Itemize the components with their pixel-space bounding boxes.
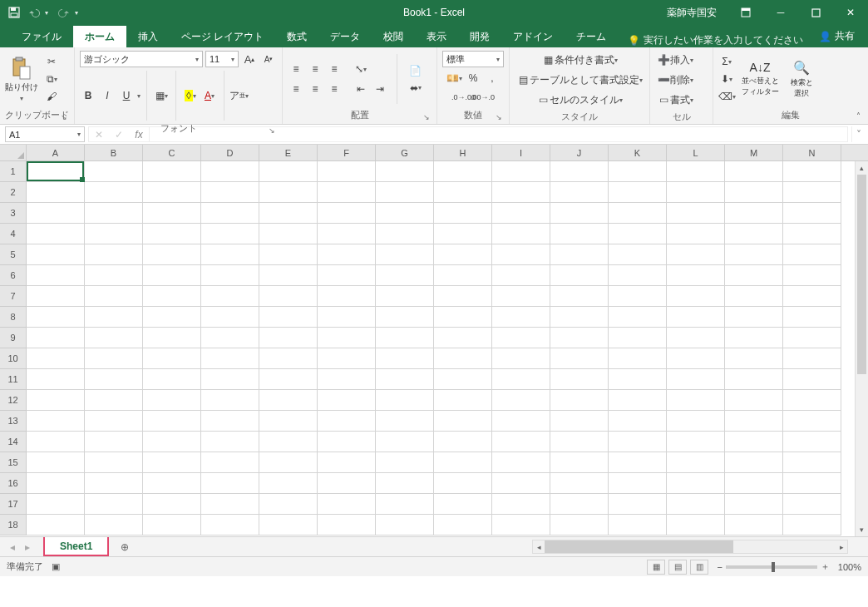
cell[interactable] — [609, 161, 667, 182]
cell[interactable] — [492, 390, 550, 411]
cell[interactable] — [667, 182, 725, 203]
cell[interactable] — [725, 369, 783, 390]
cell[interactable] — [609, 286, 667, 307]
cell[interactable] — [609, 473, 667, 494]
cell[interactable] — [85, 348, 143, 369]
cell[interactable] — [27, 494, 85, 515]
cell[interactable] — [201, 452, 259, 473]
cell[interactable] — [550, 390, 609, 411]
cell[interactable] — [201, 161, 259, 182]
row-header-16[interactable]: 16 — [0, 473, 27, 494]
cell[interactable] — [783, 411, 841, 432]
cell[interactable] — [85, 494, 143, 515]
merge-button[interactable]: ⬌ ▾ — [406, 80, 425, 96]
cell[interactable] — [27, 473, 85, 494]
normal-view-button[interactable]: ▦ — [647, 560, 665, 575]
cell[interactable] — [27, 203, 85, 224]
new-sheet-button[interactable]: ⊕ — [116, 538, 134, 556]
cell[interactable] — [318, 265, 376, 286]
cell[interactable] — [550, 452, 609, 473]
cell[interactable] — [201, 369, 259, 390]
cell[interactable] — [85, 224, 143, 244]
cell[interactable] — [85, 411, 143, 432]
cell[interactable] — [783, 432, 841, 452]
cell[interactable] — [259, 494, 318, 515]
cell[interactable] — [376, 328, 434, 348]
minimize-button[interactable]: ─ — [763, 0, 798, 25]
cell[interactable] — [783, 369, 841, 390]
comma-format[interactable]: , — [484, 70, 501, 86]
bold-button[interactable]: B — [80, 87, 96, 104]
collapse-ribbon-button[interactable]: ˄ — [851, 109, 865, 122]
cell[interactable] — [318, 432, 376, 452]
cell[interactable] — [143, 348, 201, 369]
cell[interactable] — [667, 161, 725, 182]
hscroll-right[interactable]: ▸ — [836, 543, 847, 551]
cell[interactable] — [667, 265, 725, 286]
macro-record-icon[interactable]: ▣ — [52, 561, 60, 572]
cell[interactable] — [492, 182, 550, 203]
autosum-button[interactable]: Σ ▾ — [718, 53, 735, 70]
user-name[interactable]: 薬師寺国安 — [655, 6, 728, 20]
cell[interactable] — [550, 161, 609, 182]
cell[interactable] — [143, 432, 201, 452]
cell[interactable] — [259, 224, 318, 244]
cell[interactable] — [318, 369, 376, 390]
cell[interactable] — [85, 286, 143, 307]
cell[interactable] — [259, 307, 318, 328]
cell[interactable] — [27, 348, 85, 369]
tab-team[interactable]: チーム — [565, 26, 618, 47]
cell[interactable] — [550, 369, 609, 390]
orientation-button[interactable]: ⤡▾ — [353, 61, 369, 77]
cell[interactable] — [143, 182, 201, 203]
col-header-J[interactable]: J — [550, 145, 609, 160]
cell[interactable] — [492, 328, 550, 348]
cell[interactable] — [201, 515, 259, 535]
cell[interactable] — [27, 265, 85, 286]
cut-button[interactable]: ✂ — [43, 53, 60, 70]
align-middle[interactable]: ≡ — [307, 61, 323, 77]
underline-button[interactable]: U — [118, 87, 135, 104]
zoom-slider[interactable]: − ＋ — [717, 560, 829, 573]
cell[interactable] — [492, 494, 550, 515]
tab-home[interactable]: ホーム — [73, 26, 126, 47]
col-header-K[interactable]: K — [609, 145, 667, 160]
cell[interactable] — [434, 244, 492, 265]
row-header-18[interactable]: 18 — [0, 515, 27, 535]
cell[interactable] — [434, 390, 492, 411]
cell[interactable] — [376, 182, 434, 203]
cell[interactable] — [318, 452, 376, 473]
cell[interactable] — [143, 328, 201, 348]
cell[interactable] — [376, 203, 434, 224]
cell[interactable] — [201, 432, 259, 452]
cell[interactable] — [27, 182, 85, 203]
cell[interactable] — [434, 494, 492, 515]
cell[interactable] — [783, 244, 841, 265]
increase-indent[interactable]: ⇥ — [372, 81, 388, 97]
cell[interactable] — [609, 203, 667, 224]
cell[interactable] — [201, 224, 259, 244]
cell[interactable] — [376, 307, 434, 328]
cell[interactable] — [725, 286, 783, 307]
cell[interactable] — [143, 224, 201, 244]
cell[interactable] — [143, 369, 201, 390]
increase-decimal[interactable]: .0→.00 — [456, 89, 472, 106]
cell[interactable] — [783, 390, 841, 411]
cell[interactable] — [783, 161, 841, 182]
cell[interactable] — [143, 473, 201, 494]
align-right[interactable]: ≡ — [326, 81, 343, 97]
row-header-12[interactable]: 12 — [0, 390, 27, 411]
cell[interactable] — [667, 432, 725, 452]
cell[interactable] — [201, 328, 259, 348]
cell[interactable] — [143, 286, 201, 307]
cell[interactable] — [85, 161, 143, 182]
col-header-B[interactable]: B — [85, 145, 143, 160]
active-cell[interactable] — [27, 161, 84, 181]
cell[interactable] — [143, 390, 201, 411]
accounting-format[interactable]: 💴▾ — [446, 70, 462, 86]
cell[interactable] — [376, 244, 434, 265]
col-header-G[interactable]: G — [376, 145, 434, 160]
align-left[interactable]: ≡ — [288, 81, 304, 97]
col-header-I[interactable]: I — [492, 145, 550, 160]
cell[interactable] — [725, 348, 783, 369]
